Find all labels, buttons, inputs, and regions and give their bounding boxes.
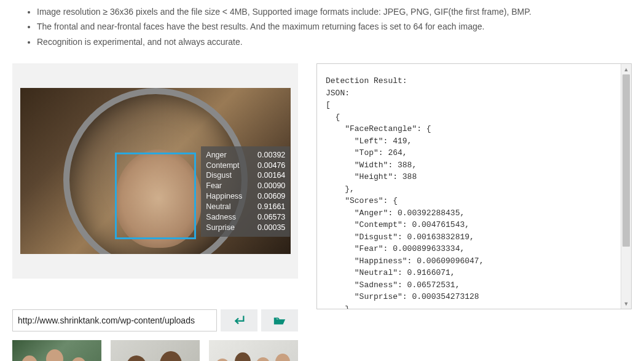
scroll-track[interactable] xyxy=(621,74,631,298)
face-bounding-box xyxy=(115,153,196,239)
emotion-row: Happiness0.00609 xyxy=(206,191,285,202)
url-input[interactable] xyxy=(12,309,217,331)
main-panel: Anger0.00392Contempt0.00476Disgust0.0016… xyxy=(12,63,632,361)
emotion-row: Disgust0.00164 xyxy=(206,170,285,181)
analyzed-image[interactable]: Anger0.00392Contempt0.00476Disgust0.0016… xyxy=(20,88,291,254)
thumb-group-diverse[interactable] xyxy=(209,340,298,361)
usage-notes: Image resolution ≥ 36x36 pixels and the … xyxy=(37,5,632,49)
note-item: Recognition is experimental, and not alw… xyxy=(37,35,632,49)
note-item: The frontal and near-frontal faces have … xyxy=(37,20,632,33)
scroll-down-icon[interactable]: ▼ xyxy=(621,298,631,309)
browse-button[interactable] xyxy=(261,309,298,331)
note-item: Image resolution ≥ 36x36 pixels and the … xyxy=(37,5,632,18)
image-panel: Anger0.00392Contempt0.00476Disgust0.0016… xyxy=(12,63,298,279)
enter-arrow-icon xyxy=(232,314,246,327)
emotion-row: Neutral0.91661 xyxy=(206,202,285,212)
thumb-couple-elderly[interactable] xyxy=(111,340,200,361)
json-result[interactable]: Detection Result: JSON: [ { "FaceRectang… xyxy=(317,64,631,309)
emotion-overlay: Anger0.00392Contempt0.00476Disgust0.0016… xyxy=(201,146,290,237)
emotion-row: Fear0.00090 xyxy=(206,181,285,191)
result-panel: Detection Result: JSON: [ { "FaceRectang… xyxy=(316,63,632,309)
sample-thumbnails xyxy=(12,340,298,361)
scroll-up-icon[interactable]: ▲ xyxy=(621,64,631,74)
scroll-thumb[interactable] xyxy=(622,74,630,247)
folder-open-icon xyxy=(273,314,286,327)
left-column: Anger0.00392Contempt0.00476Disgust0.0016… xyxy=(12,63,298,361)
emotion-row: Sadness0.06573 xyxy=(206,212,285,223)
scrollbar[interactable]: ▲ ▼ xyxy=(621,64,631,309)
submit-button[interactable] xyxy=(221,309,257,331)
emotion-row: Anger0.00392 xyxy=(206,150,285,161)
emotion-row: Contempt0.00476 xyxy=(206,161,285,171)
emotion-row: Surprise0.00035 xyxy=(206,223,285,233)
url-input-row xyxy=(12,309,298,331)
thumb-group-outdoor[interactable] xyxy=(12,340,101,361)
